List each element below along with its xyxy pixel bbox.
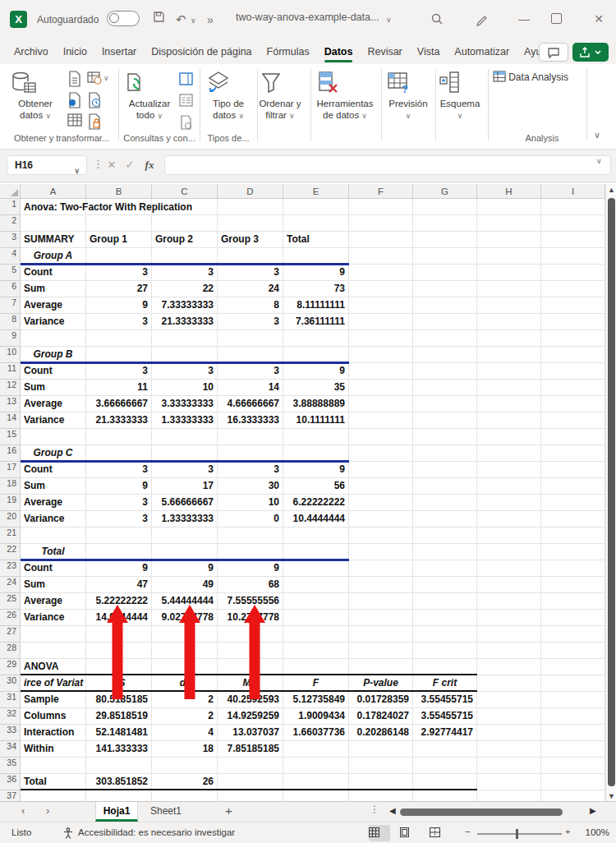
- cell-G2[interactable]: [413, 215, 477, 232]
- cell-D25[interactable]: 7.55555556: [218, 593, 283, 610]
- cell-H36[interactable]: [477, 774, 541, 790]
- cell-A5[interactable]: Count: [21, 265, 86, 281]
- cell-G26[interactable]: [413, 610, 477, 626]
- properties-panel-icon[interactable]: [179, 72, 195, 89]
- cell-G36[interactable]: [413, 774, 477, 790]
- cell-F29[interactable]: [349, 659, 413, 675]
- cell-E32[interactable]: 1.9009434: [283, 708, 349, 725]
- col-header-I[interactable]: I: [541, 184, 605, 199]
- cell-D3[interactable]: Group 3: [218, 232, 283, 248]
- cell-A10[interactable]: Group B: [21, 347, 86, 363]
- cell-C15[interactable]: [152, 429, 218, 445]
- cell-I32[interactable]: [541, 708, 605, 725]
- normal-view-button[interactable]: [369, 825, 390, 841]
- cell-G12[interactable]: [413, 380, 477, 396]
- cell-F7[interactable]: [349, 297, 413, 314]
- row-header-29[interactable]: 29: [0, 659, 21, 675]
- cell-B2[interactable]: [86, 215, 152, 232]
- cell-H4[interactable]: [477, 248, 541, 265]
- cell-I26[interactable]: [541, 610, 605, 626]
- cell-I25[interactable]: [541, 593, 605, 610]
- cell-B36[interactable]: 303.851852: [86, 774, 152, 790]
- cell-F16[interactable]: [349, 445, 413, 462]
- cell-B3[interactable]: Group 1: [86, 232, 152, 248]
- cell-F21[interactable]: [349, 527, 413, 544]
- cell-D33[interactable]: 13.037037: [218, 725, 283, 741]
- cell-F20[interactable]: [349, 511, 413, 527]
- cell-H3[interactable]: [477, 232, 541, 248]
- cell-F28[interactable]: [349, 643, 413, 659]
- cell-F26[interactable]: [349, 610, 413, 626]
- cell-H29[interactable]: [477, 659, 541, 675]
- cell-F11[interactable]: [349, 363, 413, 380]
- cell-H7[interactable]: [477, 297, 541, 314]
- cell-B9[interactable]: [86, 330, 152, 347]
- cell-I7[interactable]: [541, 297, 605, 314]
- cell-G5[interactable]: [413, 265, 477, 281]
- menu-tab-datos[interactable]: Datos: [317, 41, 361, 64]
- cell-I33[interactable]: [541, 725, 605, 741]
- cell-D29[interactable]: [218, 659, 283, 675]
- cell-G16[interactable]: [413, 445, 477, 462]
- cell-B19[interactable]: 3: [86, 495, 152, 511]
- cell-A35[interactable]: [21, 758, 86, 774]
- col-header-H[interactable]: H: [477, 184, 541, 199]
- cell-C23[interactable]: 9: [152, 560, 218, 577]
- cell-G15[interactable]: [413, 429, 477, 445]
- cell-A14[interactable]: Variance: [21, 412, 86, 429]
- cell-D19[interactable]: 10: [218, 495, 283, 511]
- cell-D7[interactable]: 8: [218, 297, 283, 314]
- col-header-D[interactable]: D: [218, 184, 283, 199]
- cell-C26[interactable]: 9.02777778: [152, 610, 218, 626]
- cell-A25[interactable]: Average: [21, 593, 86, 610]
- cell-D2[interactable]: [218, 215, 283, 232]
- cell-E16[interactable]: [283, 445, 349, 462]
- cell-B29[interactable]: [86, 659, 152, 675]
- sheet-tab-sheet1[interactable]: Sheet1: [141, 802, 191, 822]
- cell-F32[interactable]: 0.17824027: [349, 708, 413, 725]
- data-analysis-button[interactable]: Data Analysis: [493, 71, 583, 83]
- vertical-scrollbar-thumb[interactable]: [608, 198, 615, 786]
- cell-H25[interactable]: [477, 593, 541, 610]
- insert-function-icon[interactable]: fx: [141, 156, 158, 174]
- row-header-16[interactable]: 16: [0, 445, 21, 462]
- undo-chevron-icon[interactable]: ∨: [191, 16, 196, 25]
- cell-H26[interactable]: [477, 610, 541, 626]
- zoom-slider-track[interactable]: [477, 833, 562, 835]
- cell-H13[interactable]: [477, 396, 541, 412]
- document-icon[interactable]: [67, 71, 84, 87]
- row-header-19[interactable]: 19: [0, 495, 21, 511]
- cell-C2[interactable]: [152, 215, 218, 232]
- cell-F2[interactable]: [349, 215, 413, 232]
- cell-F15[interactable]: [349, 429, 413, 445]
- zoom-in-button[interactable]: +: [565, 827, 571, 836]
- cell-I21[interactable]: [541, 527, 605, 544]
- row-header-20[interactable]: 20: [0, 511, 21, 527]
- cell-E35[interactable]: [283, 758, 349, 774]
- cell-G20[interactable]: [413, 511, 477, 527]
- cell-H28[interactable]: [477, 643, 541, 659]
- cell-G31[interactable]: 3.55455715: [413, 692, 477, 708]
- cell-D24[interactable]: 68: [218, 577, 283, 593]
- menu-tab-inicio[interactable]: Inicio: [56, 41, 94, 64]
- scroll-down-icon[interactable]: ▼: [606, 792, 616, 800]
- cell-G1[interactable]: [413, 199, 477, 215]
- cell-G13[interactable]: [413, 396, 477, 412]
- cell-C33[interactable]: 4: [152, 725, 218, 741]
- collapse-ribbon-chevron-icon[interactable]: ∨: [594, 130, 600, 140]
- row-header-35[interactable]: 35: [0, 758, 21, 774]
- cell-H27[interactable]: [477, 626, 541, 643]
- cell-G9[interactable]: [413, 330, 477, 347]
- cell-A12[interactable]: Sum: [21, 380, 86, 396]
- cell-C21[interactable]: [152, 527, 218, 544]
- cell-B28[interactable]: [86, 643, 152, 659]
- cell-A24[interactable]: Sum: [21, 577, 86, 593]
- get-data-button[interactable]: Obtener datos ∨: [10, 71, 61, 122]
- row-header-11[interactable]: 11: [0, 363, 21, 380]
- cell-E34[interactable]: [283, 741, 349, 758]
- cell-F5[interactable]: [349, 265, 413, 281]
- cell-B16[interactable]: [86, 445, 152, 462]
- menu-tab-insertar[interactable]: Insertar: [94, 41, 144, 64]
- zoom-out-button[interactable]: −: [465, 827, 471, 836]
- cell-E29[interactable]: [283, 659, 349, 675]
